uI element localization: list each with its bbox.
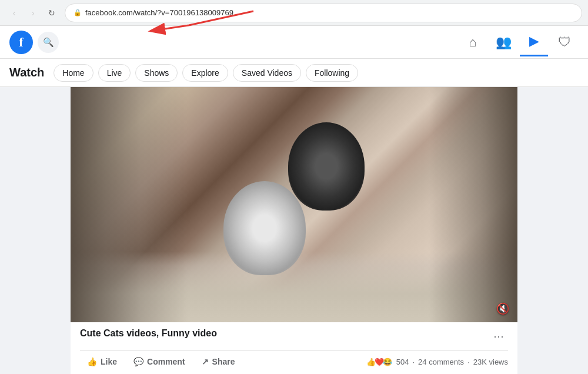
home-icon: ⌂ — [469, 35, 476, 50]
like-label: Like — [101, 357, 117, 366]
home-nav-button[interactable]: ⌂ — [459, 28, 487, 56]
haha-reaction: 😂 — [382, 356, 393, 367]
video-container[interactable]: 🔇 — [71, 87, 517, 322]
video-placeholder — [71, 87, 517, 322]
comment-icon: 💬 — [133, 357, 143, 366]
action-bar: 👍 Like 💬 Comment ↗ Share 👍 ❤️ — [80, 350, 508, 370]
friends-nav-button[interactable]: 👥 — [489, 28, 517, 56]
friends-icon: 👥 — [496, 35, 512, 50]
separator2: · — [467, 358, 470, 366]
watch-shows-button[interactable]: Shows — [135, 64, 178, 82]
card-footer: Cute Cats videos, Funny video ⋯ 👍 Like 💬… — [71, 322, 517, 374]
facebook-header: f 🔍 ⌂ 👥 ▶ 🛡 — [0, 26, 588, 59]
action-buttons: 👍 Like 💬 Comment ↗ Share — [80, 353, 242, 370]
address-bar[interactable]: 🔒 facebook.com/watch/?v=700196138009769 — [65, 4, 582, 22]
share-label: Share — [212, 357, 235, 366]
groups-icon: 🛡 — [558, 35, 571, 50]
volume-icon[interactable]: 🔇 — [496, 302, 509, 315]
main-content: 🔇 Cute Cats videos, Funny video ⋯ 👍 Like… — [0, 87, 588, 374]
white-cat — [223, 181, 306, 275]
facebook-nav-icons: ⌂ 👥 ▶ 🛡 — [459, 28, 579, 56]
watch-nav-button[interactable]: ▶ — [520, 28, 548, 56]
watch-following-button[interactable]: Following — [306, 64, 358, 82]
separator1: · — [412, 358, 415, 366]
right-blur — [429, 87, 517, 322]
views-count: 23K views — [473, 358, 508, 366]
search-icon: 🔍 — [43, 37, 54, 48]
forward-button[interactable]: › — [25, 5, 41, 21]
search-button[interactable]: 🔍 — [38, 32, 59, 53]
more-options-button[interactable]: ⋯ — [489, 327, 508, 346]
watch-home-button[interactable]: Home — [54, 64, 93, 82]
reactions-info: 👍 ❤️ 😂 504 · 24 comments · 23K views — [366, 356, 508, 367]
groups-nav-button[interactable]: 🛡 — [550, 28, 579, 56]
watch-saved-videos-button[interactable]: Saved Videos — [233, 64, 301, 82]
like-icon: 👍 — [87, 357, 97, 366]
comment-button[interactable]: 💬 Comment — [126, 353, 192, 370]
logo-search-area: f 🔍 — [9, 31, 59, 54]
left-blur — [71, 87, 188, 322]
video-card: 🔇 Cute Cats videos, Funny video ⋯ 👍 Like… — [71, 87, 517, 374]
dark-cat — [288, 122, 365, 211]
comment-label: Comment — [147, 357, 185, 366]
watch-navigation: Watch Home Live Shows Explore Saved Vide… — [0, 59, 588, 87]
video-background — [71, 87, 517, 322]
lock-icon: 🔒 — [74, 9, 82, 16]
reactions-count: 504 — [396, 358, 409, 366]
like-button[interactable]: 👍 Like — [80, 353, 124, 370]
watch-explore-button[interactable]: Explore — [182, 64, 228, 82]
watch-title: Watch — [9, 66, 44, 79]
url-text: facebook.com/watch/?v=700196138009769 — [85, 8, 233, 17]
back-button[interactable]: ‹ — [6, 5, 22, 21]
nav-buttons: ‹ › ↻ — [6, 5, 60, 21]
reaction-emojis: 👍 ❤️ 😂 — [366, 356, 393, 367]
watch-icon: ▶ — [529, 34, 539, 49]
watch-live-button[interactable]: Live — [98, 64, 131, 82]
browser-chrome: ‹ › ↻ 🔒 facebook.com/watch/?v=7001961380… — [0, 0, 588, 26]
comments-count: 24 comments — [418, 358, 464, 366]
refresh-button[interactable]: ↻ — [44, 5, 60, 21]
video-title: Cute Cats videos, Funny video — [80, 328, 217, 339]
share-icon: ↗ — [202, 357, 209, 366]
facebook-logo[interactable]: f — [9, 31, 33, 54]
share-button[interactable]: ↗ Share — [195, 353, 242, 370]
